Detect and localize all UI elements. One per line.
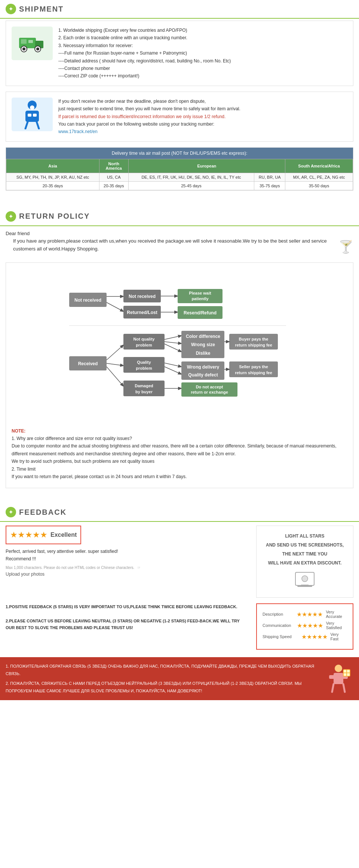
svg-line-16 [107, 302, 123, 311]
eu-days: 25-45 days [128, 181, 254, 190]
note-5: If you want to return the parcel, please… [12, 473, 347, 480]
screenshot-icon [262, 570, 347, 592]
svg-text:Dislike: Dislike [196, 351, 211, 356]
svg-text:problem: problem [136, 366, 152, 370]
svg-text:return or exchange: return or exchange [191, 390, 228, 394]
feedback-positive: 1.POSITIVE FEEDBACK (5 STARS) IS VERY IM… [6, 603, 249, 610]
eu-countries: DE, ES, IT, FR, UK, HU, DK, SE, NO, IE, … [128, 173, 254, 181]
return-policy-section: ✦ RETURN POLICY Dear friend If you have … [0, 207, 359, 496]
feedback-bottom: 1.POSITIVE FEEDBACK (5 STARS) IS VERY IM… [6, 603, 353, 650]
svg-rect-76 [329, 675, 335, 679]
return-intro-text: If you have any problem,please contact w… [13, 237, 353, 256]
russian-text-1: 1. ПОЛОЖИТЕЛЬНАЯ ОБРАТНАЯ СВЯЗЬ (5 ЗВЕЗД… [6, 663, 318, 678]
svg-text:Seller pays the: Seller pays the [239, 364, 268, 369]
svg-text:Color difference: Color difference [186, 334, 220, 339]
svg-text:Resend/Refund: Resend/Refund [184, 310, 217, 316]
flow-diagram: Not received Not received Returned/Lost … [6, 262, 353, 489]
flow-svg: Not received Not received Returned/Lost … [65, 270, 294, 424]
rating-row-description: Description ★★★★★ Very Accurate [263, 610, 347, 619]
svg-line-44 [165, 342, 181, 344]
ru-days: 35-75 days [254, 181, 285, 190]
svg-point-12 [30, 105, 34, 110]
svg-text:Not quality: Not quality [134, 337, 155, 341]
svg-text:Returned/Lost: Returned/Lost [127, 310, 157, 315]
shipping-value: Very Fast [331, 632, 347, 641]
svg-rect-11 [33, 114, 37, 117]
return-icon: ✦ [6, 211, 16, 222]
shipping-point-4: ----Full name (for Russian buyer-name + … [58, 49, 231, 57]
description-stars: ★★★★★ [297, 611, 323, 618]
tracking-text-4: You can track your parcel on the followi… [58, 120, 240, 128]
table-row: 20-35 days 20-35 days 25-45 days 35-75 d… [6, 181, 353, 190]
feedback-icon: ✦ [6, 507, 16, 517]
ru-countries: RU, BR, UA [254, 173, 285, 181]
svg-line-43 [165, 336, 181, 339]
svg-point-3 [22, 47, 25, 50]
shipping-point-7: ----Correct ZIP code (++++++ important!) [58, 72, 231, 80]
shipping-point-6: ----Contact phone number [58, 65, 231, 72]
svg-rect-72 [297, 585, 312, 587]
note-title: NOTE: [12, 427, 347, 435]
shipping-info-box: 1. Worldwide shipping (Except very few c… [6, 21, 353, 86]
svg-rect-7 [28, 40, 33, 43]
note-4: 2. Time limit [12, 465, 347, 473]
shipping-label: Shipping Speed [263, 634, 298, 639]
svg-line-33 [107, 367, 123, 386]
ratings-block: Description ★★★★★ Very Accurate Communic… [256, 603, 353, 650]
col-european: European [128, 159, 285, 173]
sa-countries: MX, AR, CL, PE, ZA, NG etc [285, 173, 353, 181]
svg-line-57 [165, 367, 181, 374]
rating-row-communication: Communication ★★★★★ Very Satisfied [263, 621, 347, 630]
tracking-person-image [12, 98, 53, 131]
svg-text:Quality: Quality [137, 360, 151, 364]
feedback-right-box: LIGHT ALL STARS AND SEND US THE SCREENSH… [256, 526, 353, 598]
shipping-stars: ★★★★★ [301, 633, 328, 640]
delivery-table: Asia NorthAmerica European South America… [6, 159, 353, 190]
description-value: Very Accurate [326, 610, 347, 619]
svg-text:Wrong delivery: Wrong delivery [187, 364, 220, 370]
shipping-truck-image [12, 27, 53, 60]
feedback-review: Perfect, arrived fast, very attentive se… [6, 548, 249, 562]
svg-text:Wrong size: Wrong size [191, 342, 215, 347]
russian-footer-text: 1. ПОЛОЖИТЕЛЬНАЯ ОБРАТНАЯ СВЯЗЬ (5 ЗВЕЗД… [6, 663, 318, 695]
shipment-section: ✦ SHIPMENT 1. Worldwide shipping (Except… [0, 0, 359, 200]
svg-rect-75 [334, 673, 343, 684]
svg-text:Not received: Not received [74, 298, 101, 303]
russian-footer: 1. ПОЛОЖИТЕЛЬНАЯ ОБРАТНАЯ СВЯЗЬ (5 ЗВЕЗД… [0, 657, 359, 700]
col-south-america: South America/Africa [285, 159, 353, 173]
shipment-header: ✦ SHIPMENT [0, 0, 359, 19]
tracking-info-text: If you don't receive the order near the … [58, 98, 240, 136]
tracking-info-box: If you don't receive the order near the … [6, 92, 353, 142]
tracking-link[interactable]: www.17track.net/en [58, 128, 240, 135]
svg-point-73 [302, 576, 308, 582]
feedback-text-block: 1.POSITIVE FEEDBACK (5 STARS) IS VERY IM… [6, 603, 249, 631]
return-content-area: Dear friend If you have any problem,plea… [0, 226, 359, 496]
svg-rect-9 [25, 111, 39, 122]
sa-days: 35-50 days [285, 181, 353, 190]
upload-photo-label[interactable]: Upload your photos [6, 572, 249, 577]
hand-cursor-icon: ☞ [137, 566, 141, 570]
shipping-point-3: 3. Necessary information for receiver: [58, 42, 231, 49]
shipment-icon: ✦ [6, 4, 16, 14]
return-intro: Dear friend If you have any problem,plea… [6, 230, 353, 257]
shipment-title: SHIPMENT [19, 5, 64, 13]
feedback-left: ★★★★★ Excellent Perfect, arrived fast, v… [6, 526, 249, 598]
tracking-text-3: If parcel is returned due to insufficien… [58, 113, 240, 120]
note-3: We try to avoid such problems, but such … [12, 458, 347, 465]
svg-text:Do not accept: Do not accept [196, 385, 223, 389]
svg-text:by buyer: by buyer [135, 390, 153, 394]
star-icons: ★★★★★ [10, 530, 47, 540]
svg-rect-10 [28, 114, 31, 117]
feedback-limit: Max 1,000 characters. Please do not use … [6, 566, 249, 570]
delivery-table-wrap: Delivery time via air mail post (NOT for… [6, 147, 353, 191]
shipping-point-1: 1. Worldwide shipping (Except very few c… [58, 27, 231, 34]
communication-stars: ★★★★★ [297, 622, 323, 629]
table-row: SG, MY, PH, TH, IN, JP, KR, AU, NZ etc U… [6, 173, 353, 181]
col-asia: Asia [6, 159, 99, 173]
svg-text:Not received: Not received [129, 294, 156, 299]
description-label: Description [263, 612, 294, 616]
communication-value: Very Satisfied [326, 621, 347, 630]
delivery-header: Delivery time via air mail post (NOT for… [6, 148, 353, 159]
svg-text:return shipping fee: return shipping fee [235, 343, 272, 347]
russian-footer-icon [323, 664, 353, 694]
